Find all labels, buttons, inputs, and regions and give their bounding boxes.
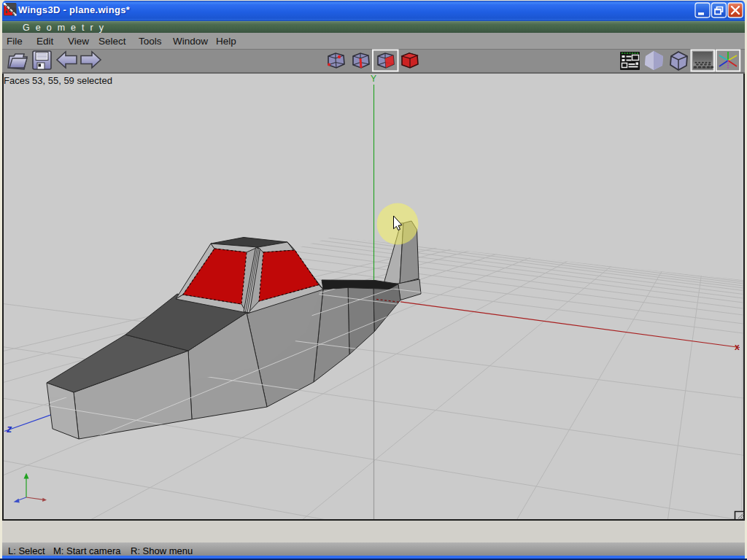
svg-text:x: x: [735, 342, 740, 352]
svg-text:z: z: [6, 423, 12, 435]
svg-text:Y: Y: [371, 74, 376, 84]
